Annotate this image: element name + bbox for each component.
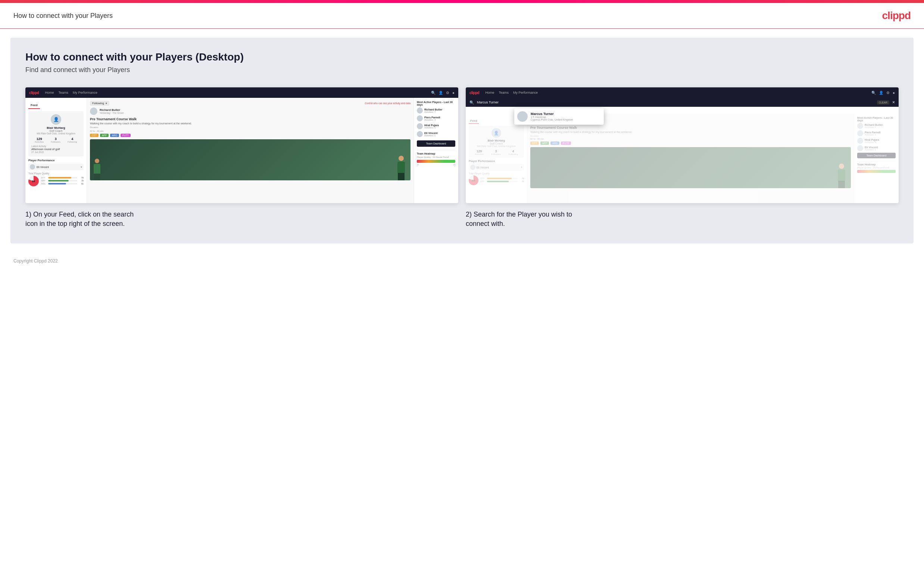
nav2-my-performance[interactable]: My Performance bbox=[513, 91, 538, 94]
page-title: How to connect with your Players bbox=[13, 12, 113, 20]
search-result-item[interactable]: Marcus Turner 1·5 Handicap Cypress Point… bbox=[517, 111, 601, 122]
quality-main: 84 OTT 79 bbox=[28, 176, 84, 186]
app-nav-links-2: Home Teams My Performance bbox=[485, 91, 538, 94]
header: How to connect with your Players clippd bbox=[0, 3, 924, 29]
heatmap-scale: -5 +5 bbox=[417, 164, 455, 166]
golfer2-head bbox=[95, 159, 99, 163]
hm-subtitle: Player Quality · 20 Round Trend bbox=[417, 156, 455, 158]
pli-info-4: Eli Vincent Activities: 1 bbox=[424, 132, 438, 136]
dimmed-pp-row: Eli Vincent ▾ bbox=[469, 164, 524, 170]
pli-activities-3: Activities: 3 bbox=[424, 127, 439, 129]
activity-header: Richard Butler Yesterday · The Grove bbox=[90, 107, 411, 115]
sr-avatar bbox=[517, 111, 528, 122]
activity-person-name: Richard Butler bbox=[100, 108, 411, 112]
search-results-dropdown: Marcus Turner 1·5 Handicap Cypress Point… bbox=[514, 108, 604, 125]
golfer-figure-2 bbox=[94, 159, 100, 180]
search-icon[interactable]: 🔍 bbox=[431, 91, 435, 95]
profile-card: 👤 Blair McHarg Golf Coach Mill Ride Golf… bbox=[28, 111, 84, 156]
la-label: Latest Activity bbox=[31, 145, 81, 148]
nav2-home[interactable]: Home bbox=[485, 91, 494, 94]
user-icon-2[interactable]: 👤 bbox=[879, 91, 884, 95]
team-dashboard-button[interactable]: Team Dashboard bbox=[417, 140, 455, 147]
profile-club: Mill Ride Golf Club, United Kingdom bbox=[31, 132, 81, 135]
following-bar: Following ▾ Control who can see your act… bbox=[90, 101, 411, 106]
app-nav-right-2: 🔍 👤 ⚙ ● bbox=[871, 91, 895, 95]
search-clear-button[interactable]: CLEAR bbox=[877, 101, 889, 104]
pli-avatar-3 bbox=[417, 123, 423, 129]
main-content: How to connect with your Players (Deskto… bbox=[10, 38, 914, 244]
profile-icon[interactable]: ● bbox=[452, 91, 455, 95]
pli-avatar-4 bbox=[417, 131, 423, 137]
qbar-arg-val: 61 bbox=[78, 183, 84, 185]
settings-icon-2[interactable]: ⚙ bbox=[886, 91, 890, 95]
pp-title: Player Performance bbox=[28, 159, 84, 162]
activity-duration: 02 hr : 00 min bbox=[90, 130, 411, 132]
search-bar-inner: 🔍 CLEAR × bbox=[466, 98, 899, 107]
quality-section: Total Player Quality 84 OTT bbox=[28, 172, 84, 186]
screenshot-panel-1: clippd Home Teams My Performance 🔍 👤 ⚙ ● bbox=[25, 88, 458, 229]
stats-row: 129 Activities 3 Followers 4 Following bbox=[31, 137, 81, 143]
screenshot-panel-2: clippd Home Teams My Performance 🔍 👤 ⚙ ● bbox=[466, 88, 899, 229]
profile-icon-2[interactable]: ● bbox=[893, 91, 895, 95]
caption-2: 2) Search for the Player you wish toconn… bbox=[466, 210, 899, 229]
pli-avatar-2 bbox=[417, 115, 423, 121]
app-nav-links: Home Teams My Performance bbox=[45, 91, 97, 94]
golfer-figure bbox=[397, 156, 405, 180]
app-logo-sm-2: clippd bbox=[469, 91, 479, 95]
screenshot-frame-2: clippd Home Teams My Performance 🔍 👤 ⚙ ● bbox=[466, 88, 899, 203]
pli-activities-2: Activities: 4 bbox=[424, 119, 440, 121]
pp-avatar bbox=[30, 164, 35, 169]
footer: Copyright Clippd 2022 bbox=[0, 252, 924, 270]
activity-person-sub: Yesterday · The Grove bbox=[100, 112, 411, 114]
control-link[interactable]: Control who can see your activity and da… bbox=[365, 102, 411, 104]
quality-circle: 84 bbox=[28, 176, 39, 186]
app-left-panel: Feed 👤 Blair McHarg Golf Coach Mill Ride… bbox=[25, 98, 87, 203]
sr-info: Marcus Turner 1·5 Handicap Cypress Point… bbox=[531, 112, 573, 121]
following-dropdown[interactable]: Following ▾ bbox=[90, 101, 109, 106]
pp-player-row[interactable]: Eli Vincent ▾ bbox=[28, 164, 84, 170]
la-value: Afternoon round of golf bbox=[31, 148, 81, 151]
duration-label: Duration bbox=[90, 126, 99, 128]
activity-image bbox=[90, 139, 411, 180]
dimmed-feed-tab: Feed bbox=[469, 119, 479, 124]
activity-desc: Walking the course with my coach to buil… bbox=[90, 122, 411, 125]
activity-meta: Duration bbox=[90, 126, 411, 128]
logo-text: clipp bbox=[882, 10, 905, 21]
user-icon[interactable]: 👤 bbox=[439, 91, 443, 95]
tag-ott: OTT bbox=[90, 134, 99, 137]
latest-activity: Latest Activity Afternoon round of golf … bbox=[31, 145, 81, 153]
copyright: Copyright Clippd 2022 bbox=[13, 258, 58, 264]
following-label: Following bbox=[68, 141, 77, 143]
activity-title: Pre Tournament Course Walk bbox=[90, 117, 411, 121]
dimmed-stats: 129Activities 3Followers 4Following bbox=[471, 149, 522, 155]
nav-teams[interactable]: Teams bbox=[58, 91, 68, 94]
nav-home[interactable]: Home bbox=[45, 91, 54, 94]
feed-tab[interactable]: Feed bbox=[28, 102, 40, 109]
activity-info: Richard Butler Yesterday · The Grove bbox=[100, 108, 411, 114]
search-magnifier-icon: 🔍 bbox=[469, 101, 474, 104]
nav-my-performance[interactable]: My Performance bbox=[73, 91, 97, 94]
dimmed-club: Mill Ride Golf Club, United Kingdom bbox=[471, 145, 522, 148]
search-icon-2[interactable]: 🔍 bbox=[871, 91, 876, 95]
activity-tags: OTT APP ARG PUTT bbox=[90, 134, 411, 137]
hm-scale-min: -5 bbox=[417, 164, 419, 166]
search-input[interactable] bbox=[477, 101, 874, 104]
nav2-teams[interactable]: Teams bbox=[498, 91, 509, 94]
player-list-item-3: Hiral Pujara Activities: 3 bbox=[417, 123, 455, 129]
tag-arg: ARG bbox=[110, 134, 119, 137]
qbar-ott-fill bbox=[48, 177, 71, 179]
dimmed-name: Blair McHarg bbox=[471, 139, 522, 142]
followers-label: Followers bbox=[51, 141, 60, 143]
settings-icon[interactable]: ⚙ bbox=[446, 91, 449, 95]
pp-dropdown-arrow[interactable]: ▾ bbox=[81, 166, 82, 169]
pli-info-3: Hiral Pujara Activities: 3 bbox=[424, 124, 439, 129]
tag-app: APP bbox=[100, 134, 108, 137]
top-gradient-bar bbox=[0, 0, 924, 3]
app-nav-1: clippd Home Teams My Performance 🔍 👤 ⚙ ● bbox=[25, 88, 458, 98]
dimmed-pp-title: Player Performance bbox=[469, 159, 524, 163]
pp-player-name: Eli Vincent bbox=[37, 166, 79, 169]
stat-followers: 3 Followers bbox=[51, 137, 60, 143]
logo: clippd bbox=[882, 10, 911, 22]
main-heading: How to connect with your Players (Deskto… bbox=[25, 51, 899, 63]
search-close-button[interactable]: × bbox=[892, 100, 895, 105]
